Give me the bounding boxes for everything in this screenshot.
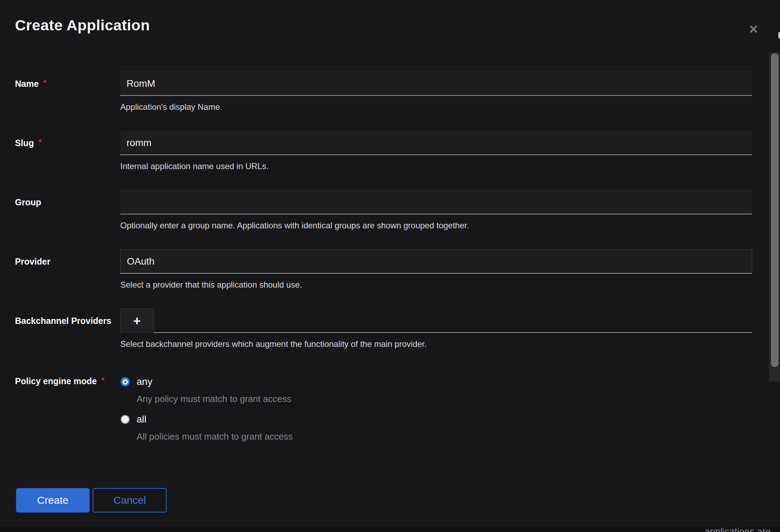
group-label: Group [15,197,41,207]
scrollbar-thumb[interactable] [771,53,779,367]
name-helper-text: Application's display Name. [120,102,222,112]
radio-all-label[interactable]: all [137,414,146,425]
slug-label: Slug* [15,138,41,148]
radio-option-all[interactable]: all [121,414,146,425]
name-label: Name* [15,79,46,89]
create-application-dialog: Create Application ✕ Name* Application's… [0,0,780,532]
name-input[interactable] [120,71,752,96]
backchannel-providers-label: Backchannel Providers [15,316,112,326]
slug-helper-text: Internal application name used in URLs. [120,161,269,171]
group-helper-text: Optionally enter a group name. Applicati… [120,221,469,230]
radio-unselected-icon[interactable] [121,415,130,424]
scrollbar-track[interactable] [769,52,780,382]
plus-icon: + [133,314,140,328]
cancel-button[interactable]: Cancel [93,488,167,512]
create-button[interactable]: Create [16,488,90,512]
add-provider-button[interactable]: + [120,309,154,333]
radio-any-label[interactable]: any [137,376,152,387]
policy-engine-mode-label: Policy engine mode* [15,376,105,386]
radio-any-helper-text: Any policy must match to grant access [137,394,291,404]
backchannel-providers-list: + [120,309,752,333]
background-page-fragment [778,32,780,38]
required-asterisk: * [43,78,46,88]
background-page-edge: applications are [0,527,780,532]
slug-input[interactable] [120,131,752,155]
provider-helper-text: Select a provider that this application … [120,280,302,290]
required-asterisk: * [101,376,105,385]
background-page-text: applications are [705,527,771,532]
provider-label: Provider [15,257,50,267]
group-input[interactable] [120,190,752,214]
provider-select[interactable]: OAuth [120,249,752,274]
required-asterisk: * [38,138,41,147]
dialog-title: Create Application [15,17,150,34]
close-icon[interactable]: ✕ [745,22,762,37]
radio-selected-icon[interactable] [121,377,130,386]
radio-option-any[interactable]: any [121,376,152,387]
backchannel-helper-text: Select backchannel providers which augme… [120,339,427,349]
radio-all-helper-text: All policies must match to grant access [137,431,293,442]
